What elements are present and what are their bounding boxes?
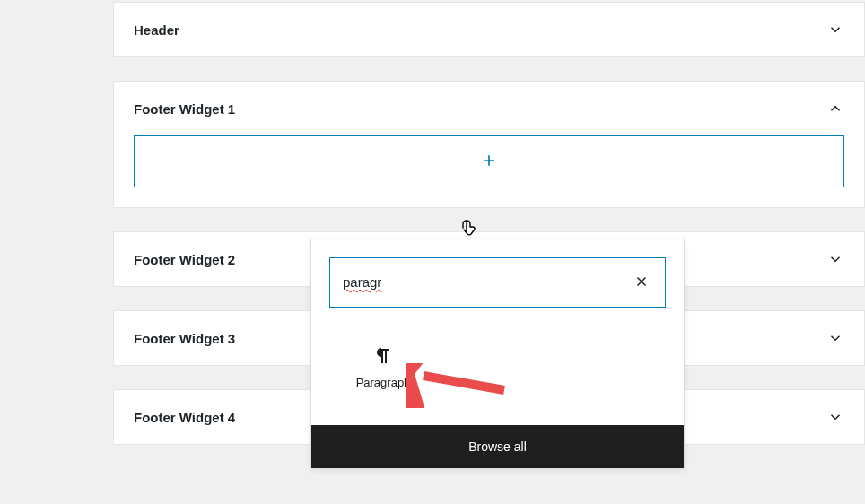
widget-toggle-header[interactable]: Header (114, 3, 864, 56)
widget-title: Footer Widget 3 (134, 331, 235, 346)
widget-body (114, 135, 864, 207)
search-box: paragr (329, 257, 666, 308)
chevron-down-icon (826, 250, 844, 268)
add-block-button[interactable] (134, 135, 844, 187)
clear-search-button[interactable] (631, 272, 652, 293)
search-input[interactable]: paragr (343, 274, 631, 291)
widget-panel-header: Header (113, 2, 865, 57)
search-wrapper: paragr (311, 239, 684, 326)
widget-title: Footer Widget 4 (134, 410, 235, 425)
widget-panel-footer-1: Footer Widget 1 (113, 81, 865, 208)
chevron-up-icon (826, 100, 844, 117)
widget-title: Footer Widget 2 (134, 252, 235, 267)
block-label: Paragraph (336, 376, 430, 389)
search-input-value: paragr (343, 274, 381, 290)
chevron-down-icon (826, 21, 844, 39)
widget-title: Footer Widget 1 (134, 101, 235, 117)
plus-icon (480, 152, 498, 172)
block-item-paragraph[interactable]: Paragraph (329, 335, 437, 400)
close-icon (633, 274, 650, 292)
chevron-down-icon (826, 329, 844, 347)
search-results: Paragraph (311, 326, 684, 425)
block-inserter-popover: paragr Paragraph Browse all (310, 239, 685, 469)
widget-title: Header (134, 22, 179, 38)
pilcrow-icon (336, 345, 430, 367)
browse-all-button[interactable]: Browse all (311, 425, 684, 468)
chevron-down-icon (826, 408, 844, 426)
widget-toggle-footer-1[interactable]: Footer Widget 1 (114, 82, 864, 135)
